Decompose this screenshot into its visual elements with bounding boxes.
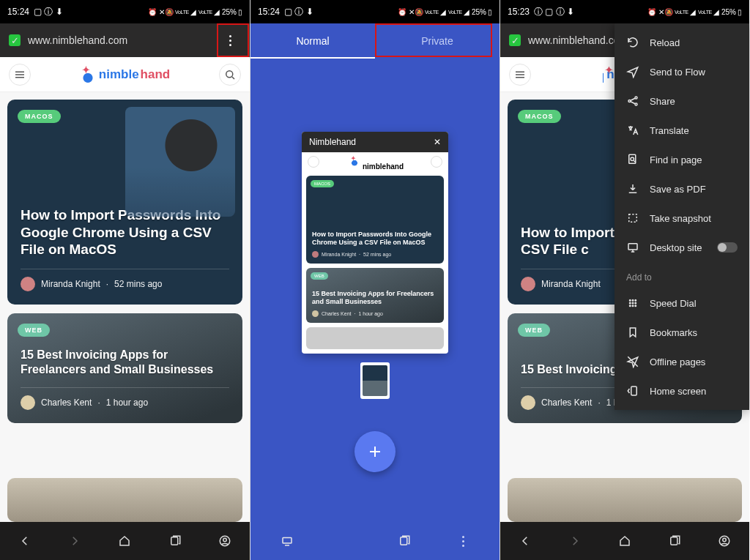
- article-card-partial[interactable]: [7, 478, 242, 522]
- svg-rect-5: [401, 537, 407, 545]
- find-icon: [626, 153, 639, 166]
- battery: 25%: [222, 8, 237, 16]
- svg-point-18: [635, 300, 636, 302]
- cast-button[interactable]: [258, 534, 316, 548]
- url-bar[interactable]: ✓ www.nimblehand.com: [0, 23, 250, 57]
- svg-point-24: [635, 305, 636, 307]
- shield-icon: ✓: [9, 34, 21, 46]
- reload-icon: [626, 36, 639, 49]
- svg-rect-25: [631, 387, 637, 395]
- mini-article-partial: [306, 327, 444, 349]
- svg-point-16: [630, 300, 631, 302]
- status-bar: 15:23 ⓘ ▢ ⓘ ⬇ ⏰ ✕🔕 VoLTE◢VoLTE◢ 25% ▯: [500, 0, 749, 23]
- article-card-partial[interactable]: [508, 478, 742, 522]
- menu-bookmarks[interactable]: Bookmarks: [615, 318, 749, 347]
- profile-button[interactable]: [215, 531, 234, 550]
- menu-add-to-header: Add to: [615, 262, 749, 288]
- menu-speed-dial[interactable]: Speed Dial: [615, 288, 749, 318]
- clock: 15:24: [258, 7, 280, 17]
- menu-home-screen[interactable]: Home screen: [615, 376, 749, 406]
- svg-rect-6: [671, 537, 677, 545]
- offline-icon: [626, 355, 639, 368]
- tab-thumbnail[interactable]: [360, 362, 390, 399]
- menu-desktop-site[interactable]: Desktop site: [615, 233, 749, 262]
- article-card-main[interactable]: MACOS How to Import Passwords Into Googl…: [7, 100, 242, 305]
- close-tab-button[interactable]: ✕: [434, 137, 441, 147]
- category-tag[interactable]: WEB: [18, 324, 50, 337]
- svg-point-0: [226, 70, 233, 77]
- svg-point-10: [635, 97, 637, 99]
- svg-point-3: [223, 538, 227, 542]
- tabs-button[interactable]: [665, 531, 684, 550]
- search-icon: [431, 156, 442, 168]
- home-button[interactable]: [115, 531, 134, 550]
- tabs-bottom-bar: [250, 522, 500, 560]
- status-bar: 15:24 ▢ ⓘ ⬇ ⏰ ✕🔕 VoLTE◢VoLTE◢ 25% ▯: [250, 0, 500, 23]
- url-text: www.nimblehand.com: [28, 34, 212, 46]
- category-tag[interactable]: MACOS: [18, 110, 61, 123]
- category-tag[interactable]: WEB: [518, 324, 550, 337]
- site-header: nimblehand: [0, 57, 250, 92]
- browser-bottom-nav: [0, 522, 250, 560]
- grid-icon: [626, 296, 639, 310]
- author-avatar: [521, 395, 535, 410]
- search-button[interactable]: [219, 64, 241, 86]
- browser-bottom-nav: [500, 522, 749, 560]
- svg-point-23: [632, 305, 634, 307]
- send-icon: [626, 65, 639, 78]
- menu-reload[interactable]: Reload: [615, 28, 749, 57]
- menu-find-in-page[interactable]: Find in page: [615, 145, 749, 174]
- svg-rect-15: [628, 244, 637, 250]
- svg-point-22: [630, 305, 631, 307]
- tab-title: Nimblehand: [309, 137, 356, 147]
- battery: 25%: [721, 8, 736, 16]
- back-button[interactable]: [15, 531, 34, 550]
- page-content[interactable]: MACOS How to Import Passwords Into Googl…: [0, 92, 250, 522]
- more-button[interactable]: [434, 536, 492, 547]
- new-tab-fab[interactable]: [354, 431, 396, 472]
- status-bar: 15:24 ▢ ⓘ ⬇ ⏰ ✕🔕 VoLTE◢VoLTE◢ 25% ▯: [0, 0, 250, 23]
- mini-article-web: WEB 15 Best Invoicing Apps for Freelance…: [306, 268, 444, 323]
- back-button[interactable]: [516, 531, 535, 550]
- menu-send-to-flow[interactable]: Send to Flow: [615, 57, 749, 86]
- forward-button[interactable]: [565, 531, 584, 550]
- profile-button[interactable]: [715, 531, 734, 550]
- article-meta: Miranda Knight · 52 mins ago: [21, 269, 229, 291]
- tab-private[interactable]: Private: [375, 23, 500, 59]
- tab-normal[interactable]: Normal: [250, 23, 375, 59]
- snapshot-icon: [626, 212, 639, 225]
- download-icon: [626, 182, 639, 195]
- menu-offline-pages[interactable]: Offline pages: [615, 347, 749, 376]
- category-tag[interactable]: MACOS: [518, 110, 561, 123]
- hamburger-icon: [308, 156, 319, 168]
- bookmark-icon: [626, 326, 639, 339]
- tab-preview-card[interactable]: Nimblehand ✕ nimblehand MACOS How to Imp…: [302, 132, 448, 354]
- home-button[interactable]: [615, 531, 634, 550]
- clock: 15:23: [508, 7, 530, 17]
- article-card-web[interactable]: WEB 15 Best Invoicing Apps for Freelance…: [7, 313, 242, 423]
- tabs-button[interactable]: [375, 534, 434, 548]
- share-icon: [626, 94, 639, 108]
- site-logo: nimblehand: [80, 67, 170, 83]
- svg-point-13: [631, 157, 634, 161]
- article-meta: Charles Kent · 1 hour ago: [21, 387, 229, 410]
- menu-save-as-pdf[interactable]: Save as PDF: [615, 174, 749, 204]
- tabs-button[interactable]: [166, 531, 185, 550]
- hamburger-button[interactable]: [509, 64, 531, 86]
- svg-point-19: [630, 302, 631, 304]
- tab-mode-bar: Normal Private: [250, 23, 500, 59]
- hamburger-button[interactable]: [9, 64, 31, 86]
- menu-take-snapshot[interactable]: Take snapshot: [615, 204, 749, 233]
- forward-button[interactable]: [65, 531, 84, 550]
- screenshot-3: 15:23 ⓘ ▢ ⓘ ⬇ ⏰ ✕🔕 VoLTE◢VoLTE◢ 25% ▯ ✓ …: [500, 0, 749, 560]
- screenshot-2: 15:24 ▢ ⓘ ⬇ ⏰ ✕🔕 VoLTE◢VoLTE◢ 25% ▯ Norm…: [250, 0, 500, 560]
- mini-article-main: MACOS How to Import Passwords Into Googl…: [306, 176, 444, 264]
- svg-point-9: [628, 100, 631, 102]
- menu-translate[interactable]: Translate: [615, 116, 749, 145]
- more-menu-button[interactable]: [219, 29, 241, 51]
- svg-point-21: [635, 302, 636, 304]
- menu-share[interactable]: Share: [615, 86, 749, 116]
- desktop-site-toggle[interactable]: [717, 242, 738, 253]
- shield-icon: ✓: [509, 34, 521, 46]
- svg-rect-4: [283, 538, 292, 544]
